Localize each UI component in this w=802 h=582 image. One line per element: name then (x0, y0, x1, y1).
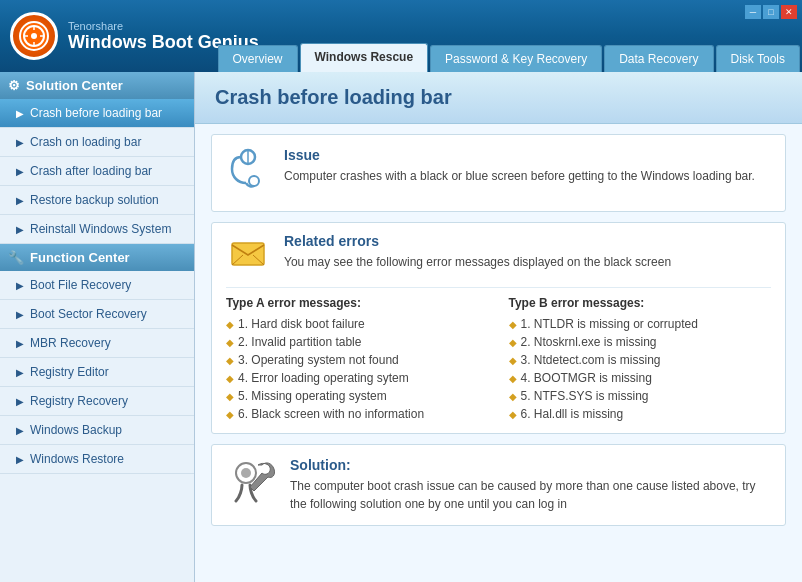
sidebar-item-label: Windows Restore (30, 452, 124, 466)
tab-windows-rescue[interactable]: Windows Rescue (300, 43, 429, 72)
svg-point-4 (249, 176, 259, 186)
issue-icon (226, 147, 270, 199)
error-item: ◆1. Hard disk boot failure (226, 315, 489, 333)
sidebar-item-label: Windows Backup (30, 423, 122, 437)
svg-point-2 (31, 33, 37, 39)
company-name: Tenorshare (68, 20, 259, 32)
tab-disk-tools[interactable]: Disk Tools (716, 45, 800, 72)
sidebar-item-crash-on[interactable]: ▶ Crash on loading bar (0, 128, 194, 157)
error-item: ◆4. Error loading operating sytem (226, 369, 489, 387)
diamond-icon: ◆ (226, 319, 234, 330)
sidebar-item-label: Crash after loading bar (30, 164, 152, 178)
arrow-icon: ▶ (16, 166, 24, 177)
nav-tabs: Overview Windows Rescue Password & Key R… (218, 43, 803, 72)
sidebar-item-label: Registry Editor (30, 365, 109, 379)
logo-icon (10, 12, 58, 60)
tab-password-key-recovery[interactable]: Password & Key Recovery (430, 45, 602, 72)
content-body: Issue Computer crashes with a black or b… (195, 124, 802, 546)
arrow-icon: ▶ (16, 195, 24, 206)
diamond-icon: ◆ (509, 409, 517, 420)
arrow-icon: ▶ (16, 309, 24, 320)
app-header: Tenorshare Windows Boot Genius ─ □ ✕ Ove… (0, 0, 802, 72)
solution-icon (226, 457, 276, 511)
arrow-icon: ▶ (16, 137, 24, 148)
errors-description: You may see the following error messages… (284, 253, 671, 271)
error-item: ◆5. NTFS.SYS is missing (509, 387, 772, 405)
arrow-icon: ▶ (16, 338, 24, 349)
issue-description: Computer crashes with a black or blue sc… (284, 167, 755, 185)
content-title: Crash before loading bar (195, 72, 802, 124)
sidebar-item-crash-before[interactable]: ▶ Crash before loading bar (0, 99, 194, 128)
solution-center-label: Solution Center (26, 78, 123, 93)
sidebar-item-reinstall-windows[interactable]: ▶ Reinstall Windows System (0, 215, 194, 244)
tab-overview[interactable]: Overview (218, 45, 298, 72)
diamond-icon: ◆ (226, 409, 234, 420)
sidebar-item-boot-sector[interactable]: ▶ Boot Sector Recovery (0, 300, 194, 329)
arrow-icon: ▶ (16, 454, 24, 465)
arrow-icon: ▶ (16, 367, 24, 378)
sidebar-item-boot-file[interactable]: ▶ Boot File Recovery (0, 271, 194, 300)
error-item: ◆5. Missing operating system (226, 387, 489, 405)
function-center-label: Function Center (30, 250, 130, 265)
errors-heading: Related errors (284, 233, 671, 249)
issue-content: Issue Computer crashes with a black or b… (284, 147, 755, 185)
error-item: ◆2. Ntoskrnl.exe is missing (509, 333, 772, 351)
solution-heading: Solution: (290, 457, 771, 473)
minimize-button[interactable]: ─ (745, 5, 761, 19)
sidebar-item-windows-restore[interactable]: ▶ Windows Restore (0, 445, 194, 474)
content-area: Crash before loading bar Issue Co (195, 72, 802, 582)
tab-data-recovery[interactable]: Data Recovery (604, 45, 713, 72)
error-item: ◆4. BOOTMGR is missing (509, 369, 772, 387)
type-b-heading: Type B error messages: (509, 296, 772, 310)
close-button[interactable]: ✕ (781, 5, 797, 19)
diamond-icon: ◆ (509, 355, 517, 366)
sidebar-item-label: Crash on loading bar (30, 135, 141, 149)
error-item: ◆2. Invalid partition table (226, 333, 489, 351)
diamond-icon: ◆ (226, 355, 234, 366)
arrow-icon: ▶ (16, 425, 24, 436)
diamond-icon: ◆ (226, 337, 234, 348)
main-layout: ⚙ Solution Center ▶ Crash before loading… (0, 72, 802, 582)
solution-block: Solution: The computer boot crash issue … (211, 444, 786, 526)
solution-center-icon: ⚙ (8, 78, 20, 93)
sidebar-item-label: Boot Sector Recovery (30, 307, 147, 321)
sidebar-item-label: MBR Recovery (30, 336, 111, 350)
arrow-icon: ▶ (16, 224, 24, 235)
sidebar-item-label: Registry Recovery (30, 394, 128, 408)
issue-block: Issue Computer crashes with a black or b… (211, 134, 786, 212)
function-center-header: 🔧 Function Center (0, 244, 194, 271)
diamond-icon: ◆ (226, 391, 234, 402)
maximize-button[interactable]: □ (763, 5, 779, 19)
function-center-icon: 🔧 (8, 250, 24, 265)
diamond-icon: ◆ (509, 319, 517, 330)
errors-content: Related errors You may see the following… (284, 233, 671, 271)
error-item: ◆6. Black screen with no information (226, 405, 489, 423)
sidebar-item-mbr-recovery[interactable]: ▶ MBR Recovery (0, 329, 194, 358)
arrow-icon: ▶ (16, 280, 24, 291)
sidebar-item-windows-backup[interactable]: ▶ Windows Backup (0, 416, 194, 445)
sidebar-item-registry-editor[interactable]: ▶ Registry Editor (0, 358, 194, 387)
arrow-icon: ▶ (16, 108, 24, 119)
error-item: ◆6. Hal.dll is missing (509, 405, 772, 423)
sidebar-item-crash-after[interactable]: ▶ Crash after loading bar (0, 157, 194, 186)
type-b-errors: Type B error messages: ◆1. NTLDR is miss… (509, 296, 772, 423)
sidebar-item-label: Crash before loading bar (30, 106, 162, 120)
sidebar: ⚙ Solution Center ▶ Crash before loading… (0, 72, 195, 582)
errors-header: Related errors You may see the following… (226, 233, 771, 288)
type-a-errors: Type A error messages: ◆1. Hard disk boo… (226, 296, 489, 423)
errors-columns: Type A error messages: ◆1. Hard disk boo… (226, 296, 771, 423)
solution-center-header: ⚙ Solution Center (0, 72, 194, 99)
sidebar-item-registry-recovery[interactable]: ▶ Registry Recovery (0, 387, 194, 416)
solution-description: The computer boot crash issue can be cau… (290, 477, 771, 513)
sidebar-item-restore-backup[interactable]: ▶ Restore backup solution (0, 186, 194, 215)
diamond-icon: ◆ (509, 373, 517, 384)
svg-point-8 (241, 468, 251, 478)
error-item: ◆3. Ntdetect.com is missing (509, 351, 772, 369)
svg-rect-6 (232, 243, 264, 265)
solution-content: Solution: The computer boot crash issue … (290, 457, 771, 513)
diamond-icon: ◆ (509, 391, 517, 402)
diamond-icon: ◆ (509, 337, 517, 348)
sidebar-item-label: Reinstall Windows System (30, 222, 171, 236)
related-errors-block: Related errors You may see the following… (211, 222, 786, 434)
error-item: ◆1. NTLDR is missing or corrupted (509, 315, 772, 333)
